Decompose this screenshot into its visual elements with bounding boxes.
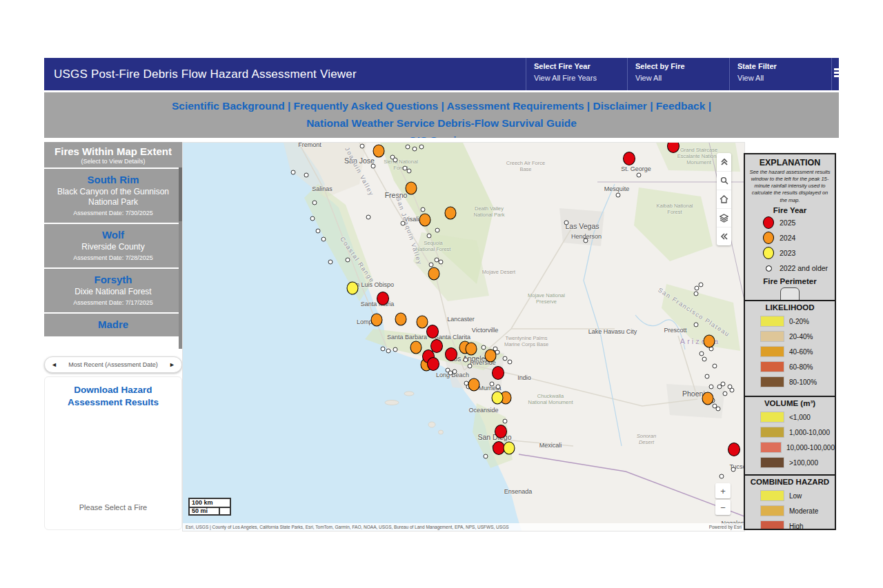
fire-list-item[interactable]: ForsythDixie National ForestAssessment D… xyxy=(44,269,182,312)
fire-year-legend-row: 2024 xyxy=(763,232,835,245)
fire-marker-2025[interactable] xyxy=(426,325,439,338)
fire-marker-2025[interactable] xyxy=(427,357,439,371)
fire-marker-2024[interactable] xyxy=(485,349,497,363)
fire-marker-2024[interactable] xyxy=(468,378,480,392)
legend-label: 20-40% xyxy=(789,333,813,341)
fire-marker-2024[interactable] xyxy=(704,335,715,348)
legend-row: 80-100% xyxy=(760,376,835,387)
legend-row: Low xyxy=(760,490,835,501)
legend-circle xyxy=(766,265,772,272)
legend-label: 80-100% xyxy=(789,378,817,386)
fire-marker-2023[interactable] xyxy=(347,282,359,295)
fire-year-dropdown[interactable]: Select Fire Year View All Fire Years xyxy=(527,58,624,90)
legend-label: High xyxy=(789,523,804,530)
explanation-title: EXPLANATION xyxy=(746,158,833,168)
fire-marker-2022-older xyxy=(695,286,700,291)
fire-marker-2024[interactable] xyxy=(395,313,407,326)
fire-marker-2022-older xyxy=(616,193,621,198)
legend-label: 60-80% xyxy=(789,363,813,371)
combined-hazard-title: COMBINED HAZARD xyxy=(745,478,835,486)
fire-marker-2022-older xyxy=(366,215,371,220)
fire-marker-2024[interactable] xyxy=(419,214,431,227)
header-divider xyxy=(526,58,526,90)
fire-marker-2025[interactable] xyxy=(492,366,504,380)
fire-marker-2022-older xyxy=(637,173,642,178)
fire-marker-2022-older xyxy=(371,164,376,169)
legend-row: 60-80% xyxy=(760,361,835,372)
fire-marker-2022-older xyxy=(730,388,735,393)
fire-marker-2024[interactable] xyxy=(445,207,457,220)
fire-marker-2022-older xyxy=(421,207,426,212)
collapse-toolbar-icon[interactable] xyxy=(717,153,731,172)
collapse-left-icon[interactable] xyxy=(717,227,731,245)
menu-icon[interactable] xyxy=(834,68,839,79)
legend-row: <1,000 xyxy=(760,412,835,423)
home-icon[interactable] xyxy=(717,190,731,209)
fire-marker-2025[interactable] xyxy=(728,443,740,456)
layers-icon[interactable] xyxy=(717,209,731,227)
download-results-link[interactable]: Download Hazard Assessment Results xyxy=(45,377,181,408)
pager-prev-icon[interactable]: ◄ xyxy=(51,361,57,368)
map-toolbar xyxy=(717,153,731,245)
fire-marker-2025[interactable] xyxy=(377,292,389,305)
fire-marker-2024[interactable] xyxy=(371,314,383,327)
header-divider xyxy=(831,58,832,90)
fires-sort-pager: ◄ Most Recent (Assessment Date) ► xyxy=(44,356,182,373)
select-by-fire-dropdown[interactable]: Select by Fire View All xyxy=(628,58,725,90)
fire-year-dropdown-label: Select Fire Year xyxy=(534,62,591,70)
nav-links-line1[interactable]: Scientific Background | Frequently Asked… xyxy=(44,97,839,114)
fire-marker-2025[interactable] xyxy=(495,425,507,438)
map[interactable]: FremontSan JoseSalinasFresnoVisaliaSan L… xyxy=(182,142,745,531)
nav-links-line2[interactable]: National Weather Service Debris-Flow Sur… xyxy=(44,114,839,132)
pager-next-icon[interactable]: ► xyxy=(169,361,175,368)
fire-marker-2022-older xyxy=(468,364,473,369)
fire-marker-2022-older xyxy=(360,144,365,149)
fire-marker-2022-older xyxy=(316,229,321,234)
legend-label: 2025 xyxy=(780,219,795,227)
fire-marker-2023[interactable] xyxy=(504,442,515,455)
zoom-out-button[interactable]: − xyxy=(715,500,731,515)
zoom-in-button[interactable]: + xyxy=(715,483,731,498)
powered-by-esri: Powered by Esri xyxy=(709,525,742,529)
legend-circle xyxy=(763,216,774,229)
search-icon[interactable] xyxy=(717,172,731,190)
fire-marker-2022-older xyxy=(453,369,457,374)
fire-marker-2024[interactable] xyxy=(417,316,428,329)
legend-label: 10,000-100,000 xyxy=(786,444,835,452)
state-filter-dropdown[interactable]: State Filter View All xyxy=(731,58,827,90)
fire-marker-2022-older xyxy=(699,283,704,287)
legend-label: <1,000 xyxy=(789,414,811,421)
fires-panel: Fires Within Map Extent (Select to View … xyxy=(44,142,182,349)
fire-marker-2024[interactable] xyxy=(373,145,385,158)
fire-marker-2022-older xyxy=(393,158,398,163)
fire-list-item[interactable]: South RimBlack Canyon of the Gunnison Na… xyxy=(44,169,182,223)
fire-marker-2024[interactable] xyxy=(410,341,422,354)
fire-marker-2022-older xyxy=(564,221,569,225)
fire-marker-2025[interactable] xyxy=(623,152,635,165)
fire-marker-2022-older xyxy=(709,385,714,389)
fire-list-item[interactable]: WolfRiverside CountyAssessment Date: 7/2… xyxy=(44,224,182,267)
fire-marker-2024[interactable] xyxy=(702,392,714,405)
fire-marker-2024[interactable] xyxy=(466,343,477,356)
fire-name: Forsyth xyxy=(51,274,175,285)
legend-swatch xyxy=(760,376,784,387)
fire-marker-2022-older xyxy=(584,239,588,243)
legend-label: 1,000-10,000 xyxy=(789,429,830,436)
nav-links-line3[interactable]: GIS Services xyxy=(44,132,839,138)
app-title: USGS Post-Fire Debris Flow Hazard Assess… xyxy=(54,58,357,90)
scale-mi: 50 mi xyxy=(188,507,231,516)
legend-swatch xyxy=(760,505,784,516)
fire-name: Madre xyxy=(51,318,175,330)
fire-marker-2022-older xyxy=(490,382,495,387)
map-canvas: FremontSan JoseSalinasFresnoVisaliaSan L… xyxy=(187,143,744,531)
fire-marker-2022-older xyxy=(429,263,434,267)
fire-list-item[interactable]: Madre xyxy=(44,314,182,336)
fire-marker-2022-older xyxy=(702,357,707,362)
fire-marker-2024[interactable] xyxy=(406,182,417,195)
fire-marker-2024[interactable] xyxy=(428,267,440,281)
fire-marker-2023[interactable] xyxy=(492,392,504,405)
fire-marker-2022-older xyxy=(700,352,704,356)
fire-marker-2025[interactable] xyxy=(445,347,457,361)
fire-marker-2022-older xyxy=(304,173,309,178)
volume-section: VOLUME (m³) <1,0001,000-10,00010,000-100… xyxy=(745,397,835,476)
